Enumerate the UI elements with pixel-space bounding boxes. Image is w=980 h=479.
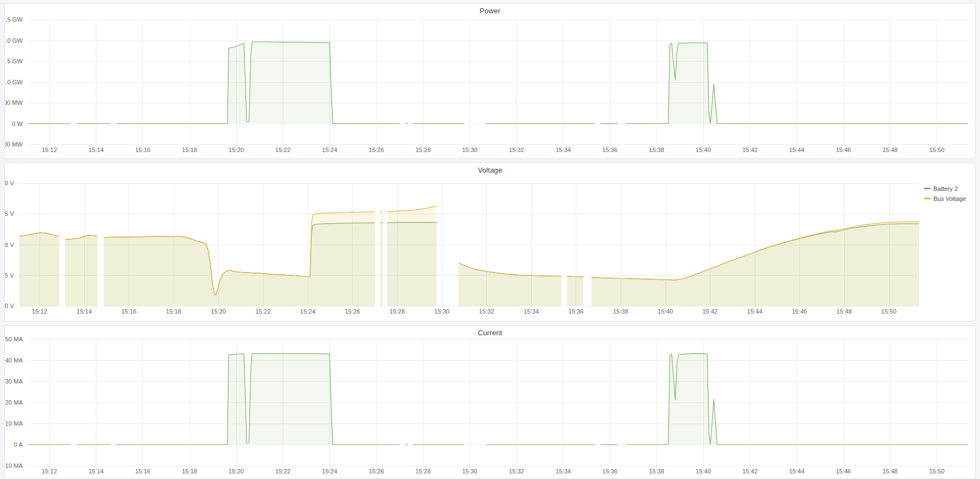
legend-item-bus-voltage[interactable]: Bus Voltage [924, 194, 972, 203]
svg-text:20 MA: 20 MA [5, 399, 23, 406]
svg-text:15:32: 15:32 [479, 308, 494, 315]
svg-text:-10 MA: -10 MA [5, 462, 23, 469]
svg-text:15:22: 15:22 [275, 147, 291, 153]
svg-text:2.0 GW: 2.0 GW [5, 37, 23, 44]
svg-text:15:16: 15:16 [135, 147, 151, 153]
svg-text:15:22: 15:22 [255, 308, 271, 315]
svg-text:15:24: 15:24 [322, 147, 338, 153]
svg-text:15:44: 15:44 [747, 308, 763, 315]
svg-text:60 V: 60 V [5, 180, 14, 186]
voltage-chart-canvas[interactable]: 60 V55 V50 V45 V40 V15:1215:1415:1615:18… [5, 163, 976, 322]
svg-text:15:40: 15:40 [695, 147, 711, 153]
svg-text:15:44: 15:44 [789, 147, 805, 153]
svg-text:30 MA: 30 MA [5, 378, 23, 385]
svg-text:15:14: 15:14 [77, 308, 92, 315]
svg-text:15:50: 15:50 [929, 468, 945, 475]
svg-text:15:16: 15:16 [135, 468, 151, 475]
svg-text:15:12: 15:12 [42, 147, 57, 153]
voltage-legend: Battery 2Bus Voltage [924, 184, 972, 203]
panel-power: Power 2.5 GW2.0 GW1.5 GW1.0 GW500 MW0 W-… [4, 3, 976, 159]
svg-text:15:18: 15:18 [182, 468, 197, 475]
svg-text:40 MA: 40 MA [5, 357, 23, 364]
svg-text:15:18: 15:18 [166, 308, 181, 315]
svg-text:-500 MW: -500 MW [5, 141, 23, 148]
svg-text:15:24: 15:24 [322, 468, 338, 475]
svg-text:15:50: 15:50 [881, 308, 897, 315]
legend-item-label: Battery 2 [933, 185, 958, 192]
svg-text:15:48: 15:48 [882, 468, 898, 475]
svg-text:15:46: 15:46 [836, 147, 851, 153]
svg-text:15:28: 15:28 [389, 308, 405, 315]
svg-text:45 V: 45 V [5, 272, 14, 279]
svg-text:15:36: 15:36 [568, 308, 584, 315]
svg-text:15:48: 15:48 [882, 147, 898, 153]
svg-text:15:34: 15:34 [524, 308, 539, 315]
legend-item-battery-2[interactable]: Battery 2 [924, 184, 972, 193]
svg-text:15:50: 15:50 [929, 147, 945, 153]
svg-text:15:16: 15:16 [121, 308, 137, 315]
svg-text:15:14: 15:14 [88, 468, 104, 475]
svg-text:15:32: 15:32 [509, 468, 524, 475]
svg-text:15:32: 15:32 [509, 147, 524, 153]
svg-text:15:46: 15:46 [836, 468, 851, 475]
legend-swatch-icon [924, 198, 931, 199]
svg-text:15:42: 15:42 [702, 308, 718, 315]
svg-text:15:36: 15:36 [602, 147, 618, 153]
svg-text:15:18: 15:18 [182, 147, 197, 153]
panel-current: Current 50 MA40 MA30 MA20 MA10 MA0 A-10 … [4, 325, 976, 479]
svg-text:15:44: 15:44 [789, 468, 805, 475]
svg-text:15:38: 15:38 [613, 308, 628, 315]
svg-text:40 V: 40 V [5, 302, 14, 309]
legend-item-label: Bus Voltage [933, 195, 966, 202]
svg-text:15:26: 15:26 [369, 147, 384, 153]
panel-voltage: Voltage 60 V55 V50 V45 V40 V15:1215:1415… [4, 163, 976, 321]
svg-text:50 V: 50 V [5, 241, 14, 248]
svg-text:0 A: 0 A [14, 441, 23, 448]
svg-text:15:30: 15:30 [462, 468, 478, 475]
svg-text:15:20: 15:20 [229, 468, 244, 475]
svg-text:1.5 GW: 1.5 GW [5, 58, 23, 64]
svg-text:15:22: 15:22 [275, 468, 291, 475]
svg-text:15:26: 15:26 [345, 308, 360, 315]
svg-text:15:20: 15:20 [229, 147, 244, 153]
svg-text:15:38: 15:38 [649, 468, 664, 475]
svg-text:15:38: 15:38 [649, 147, 664, 153]
svg-text:2.5 GW: 2.5 GW [5, 16, 23, 23]
svg-text:15:42: 15:42 [743, 147, 758, 153]
svg-text:15:30: 15:30 [462, 147, 478, 153]
svg-text:15:48: 15:48 [836, 308, 852, 315]
svg-text:15:30: 15:30 [434, 308, 450, 315]
svg-text:15:46: 15:46 [792, 308, 808, 315]
svg-text:10 MA: 10 MA [5, 420, 23, 427]
svg-text:15:12: 15:12 [42, 468, 57, 475]
svg-text:15:40: 15:40 [658, 308, 673, 315]
svg-text:15:28: 15:28 [415, 147, 431, 153]
svg-text:15:24: 15:24 [300, 308, 316, 315]
svg-text:55 V: 55 V [5, 210, 14, 217]
svg-text:15:42: 15:42 [743, 468, 758, 475]
power-chart-canvas[interactable]: 2.5 GW2.0 GW1.5 GW1.0 GW500 MW0 W-500 MW… [5, 4, 976, 159]
svg-text:15:20: 15:20 [211, 308, 226, 315]
dashboard: Power 2.5 GW2.0 GW1.5 GW1.0 GW500 MW0 W-… [0, 0, 980, 479]
legend-swatch-icon [924, 188, 931, 189]
svg-text:15:26: 15:26 [369, 468, 384, 475]
svg-text:15:34: 15:34 [556, 147, 571, 153]
svg-text:15:40: 15:40 [695, 468, 711, 475]
svg-text:15:12: 15:12 [32, 308, 48, 315]
current-chart-canvas[interactable]: 50 MA40 MA30 MA20 MA10 MA0 A-10 MA15:121… [5, 326, 976, 479]
svg-text:50 MA: 50 MA [5, 336, 23, 342]
svg-text:1.0 GW: 1.0 GW [5, 79, 23, 85]
svg-text:15:14: 15:14 [88, 147, 104, 153]
svg-text:15:36: 15:36 [602, 468, 618, 475]
svg-text:500 MW: 500 MW [5, 99, 23, 106]
svg-text:15:34: 15:34 [556, 468, 571, 475]
svg-text:0 W: 0 W [12, 120, 23, 127]
svg-text:15:28: 15:28 [415, 468, 431, 475]
